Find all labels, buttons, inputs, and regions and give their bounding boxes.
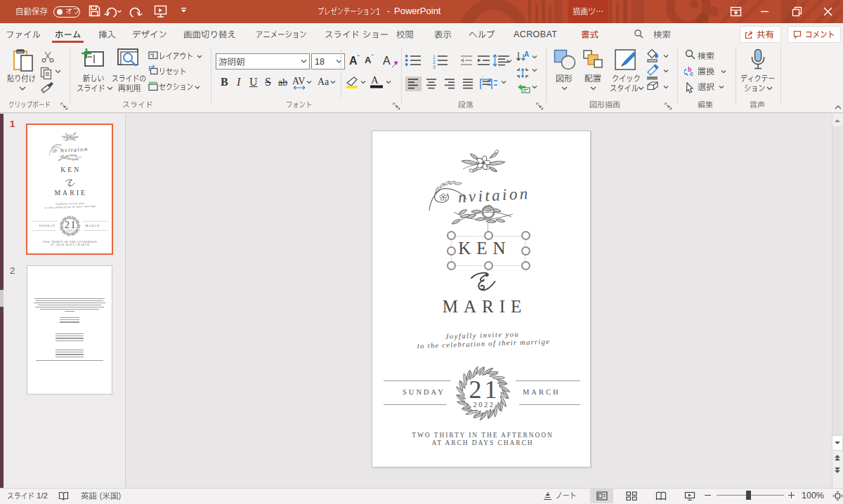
svg-text:2: 2 [433,60,436,65]
svg-text:1: 1 [433,55,436,60]
svg-text:AV: AV [292,76,305,86]
svg-text:A: A [524,51,529,58]
svg-text:3: 3 [433,65,436,69]
svg-text:c: c [690,70,693,77]
svg-text:A: A [371,74,379,86]
